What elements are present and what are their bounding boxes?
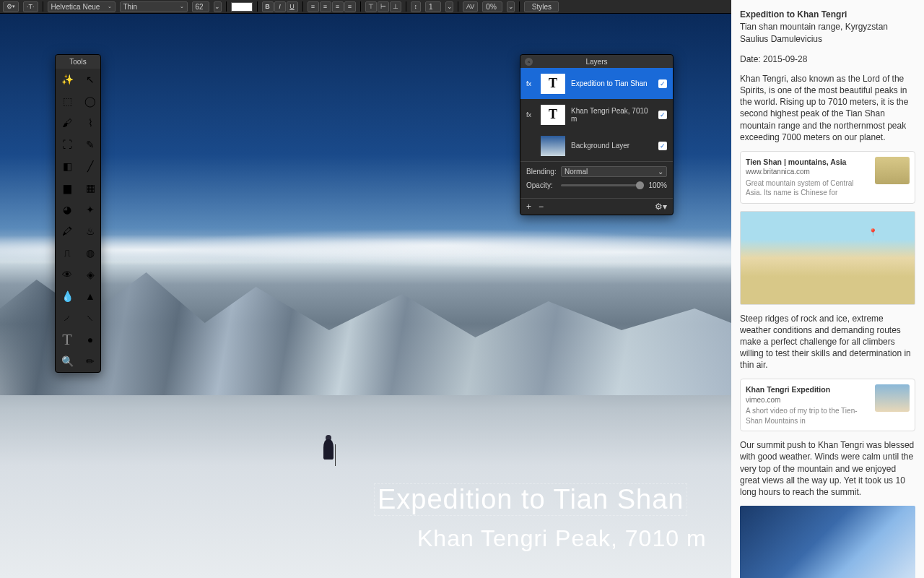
blending-select[interactable]: Normal⌄ <box>561 166 667 177</box>
zoom-icon[interactable]: 🔍 <box>56 350 79 372</box>
opacity-slider[interactable] <box>561 184 644 186</box>
kern-stepper[interactable]: ⌄ <box>507 1 515 12</box>
flame-icon[interactable]: ♨ <box>79 220 102 242</box>
note-date: Date: 2015-09-28 <box>740 53 915 65</box>
italic-button[interactable]: I <box>274 1 286 12</box>
pen-icon[interactable]: ✎ <box>79 134 102 155</box>
editor-pane: ⚙▾ ·T· Helvetica Neue⌄ Thin⌄ 62 ⌄ B I U … <box>0 0 731 578</box>
blur-icon[interactable]: 💧 <box>56 285 79 307</box>
eyedrop-icon[interactable]: ✏ <box>79 350 102 372</box>
valign-bot-button[interactable]: ⊥ <box>390 1 401 12</box>
valign-top-button[interactable]: ⊤ <box>365 1 377 12</box>
font-weight-select[interactable]: Thin⌄ <box>120 1 188 12</box>
layer-thumb <box>541 136 565 156</box>
fx-badge: fx <box>526 111 535 118</box>
line-height-input[interactable]: 1 <box>425 1 441 12</box>
note-title: Expedition to Khan Tengri <box>740 9 915 20</box>
layer-settings-button[interactable]: ⚙▾ <box>655 202 667 212</box>
color-swatch[interactable] <box>231 2 253 12</box>
magic-wand-icon[interactable]: ✨ <box>56 69 79 90</box>
shape-icon[interactable]: ▆ <box>56 177 79 199</box>
type-icon[interactable]: T <box>56 329 79 350</box>
gradient-icon[interactable]: ◕ <box>56 199 79 220</box>
blending-label: Blending: <box>526 168 557 176</box>
add-layer-button[interactable]: + <box>526 202 531 212</box>
valign-mid-button[interactable]: ⊢ <box>378 1 389 12</box>
visibility-toggle[interactable]: ✓ <box>658 142 667 150</box>
fill-icon[interactable]: ● <box>79 329 102 350</box>
note-photo <box>740 506 915 578</box>
tools-panel: Tools ✨↖⬚◯🖌⌇⛶✎◧╱▆▦◕✦🖍♨⎍◍👁◈💧▲⟋⟍T●🔍✏ <box>55 54 101 373</box>
crop-icon[interactable]: ⛶ <box>56 134 79 155</box>
text-layer-subtitle[interactable]: Khan Tengri Peak, 7010 m <box>417 525 707 552</box>
note-paragraph: Steep ridges of rock and ice, extreme we… <box>740 313 915 371</box>
align-left-button[interactable]: ≡ <box>308 1 319 12</box>
dodge-icon[interactable]: ⟋ <box>56 307 79 329</box>
visibility-toggle[interactable]: ✓ <box>658 79 667 88</box>
align-center-button[interactable]: ≡ <box>320 1 331 12</box>
text-layer-title[interactable]: Expedition to Tian Shan <box>374 483 687 516</box>
align-right-button[interactable]: ≡ <box>332 1 344 12</box>
card-desc: Great mountain system of Central Asia. I… <box>746 178 869 198</box>
close-icon[interactable]: × <box>525 58 533 66</box>
align-justify-button[interactable]: ≡ <box>344 1 356 12</box>
size-stepper[interactable]: ⌄ <box>214 1 222 12</box>
card-thumb <box>875 157 910 184</box>
map-embed[interactable] <box>740 211 915 305</box>
opacity-label: Opacity: <box>526 181 557 189</box>
layer-name: Background Layer <box>571 142 653 150</box>
layer-row[interactable]: fx T Expedition to Tian Shan ✓ <box>520 68 673 99</box>
card-desc: A short video of my trip to the Tien-Sha… <box>746 406 869 426</box>
kerning-input[interactable]: 0% <box>482 1 502 12</box>
underline-button[interactable]: U <box>287 1 298 12</box>
note-paragraph: Khan Tengri, also known as the Lord of t… <box>740 73 915 143</box>
link-card[interactable]: Tien Shan | mountains, Asia www.britanni… <box>740 151 915 204</box>
lh-stepper[interactable]: ⌄ <box>445 1 453 12</box>
font-size-input[interactable]: 62 <box>192 1 209 12</box>
card-source: vimeo.com <box>746 395 869 405</box>
pattern-icon[interactable]: ▦ <box>79 177 102 199</box>
lasso-icon[interactable]: ⌇ <box>79 112 102 134</box>
layer-row[interactable]: Background Layer ✓ <box>520 130 673 161</box>
eraser-icon[interactable]: ◧ <box>56 155 79 177</box>
chevron-down-icon: ⌄ <box>108 4 112 9</box>
notes-sidebar: Expedition to Khan Tengri Tian shan moun… <box>731 0 924 578</box>
remove-layer-button[interactable]: − <box>539 202 544 212</box>
layer-row[interactable]: fx T Khan Tengri Peak, 7010 m ✓ <box>520 99 673 130</box>
font-family-select[interactable]: Helvetica Neue⌄ <box>48 1 116 12</box>
note-paragraph: Our summit push to Khan Tengri was bless… <box>740 439 915 498</box>
settings-menu[interactable]: ⚙▾ <box>3 1 19 12</box>
redeye-icon[interactable]: 👁 <box>56 264 79 285</box>
sharpen-icon[interactable]: ▲ <box>79 285 102 307</box>
link-card[interactable]: Khan Tengri Expedition vimeo.com A short… <box>740 379 915 431</box>
card-title: Tien Shan | mountains, Asia <box>746 157 869 167</box>
slider-thumb[interactable] <box>636 181 644 189</box>
heal-icon[interactable]: ◍ <box>79 242 102 264</box>
brush-icon[interactable]: 🖌 <box>56 112 79 134</box>
layers-panel: × Layers fx T Expedition to Tian Shan ✓f… <box>520 54 674 215</box>
stamp-icon[interactable]: ⎍ <box>56 242 79 264</box>
chevron-down-icon: ⌄ <box>180 4 184 9</box>
ellipse-marquee-icon[interactable]: ◯ <box>79 90 102 112</box>
crystal-icon[interactable]: ◈ <box>79 264 102 285</box>
opacity-value: 100% <box>648 181 667 189</box>
tools-panel-title: Tools <box>56 55 100 69</box>
layer-name: Expedition to Tian Shan <box>571 79 653 87</box>
line-icon[interactable]: ╱ <box>79 155 102 177</box>
layer-thumb: T <box>541 74 565 94</box>
move-icon[interactable]: ↖ <box>79 69 102 90</box>
kerning-icon: AV <box>463 1 478 12</box>
text-toolbar: ⚙▾ ·T· Helvetica Neue⌄ Thin⌄ 62 ⌄ B I U … <box>0 0 731 14</box>
burn-icon[interactable]: ⟍ <box>79 307 102 329</box>
card-thumb <box>875 384 910 412</box>
layer-name: Khan Tengri Peak, 7010 m <box>571 107 653 123</box>
climber-figure <box>318 434 339 477</box>
visibility-toggle[interactable]: ✓ <box>658 111 667 119</box>
spin-icon[interactable]: ✦ <box>79 199 102 220</box>
paint-icon[interactable]: 🖍 <box>56 220 79 242</box>
styles-button[interactable]: Styles <box>524 1 559 12</box>
note-author: Saulius Damulevicius <box>740 33 915 45</box>
bold-button[interactable]: B <box>262 1 274 12</box>
text-tool-button[interactable]: ·T· <box>23 1 38 12</box>
rect-marquee-icon[interactable]: ⬚ <box>56 90 79 112</box>
